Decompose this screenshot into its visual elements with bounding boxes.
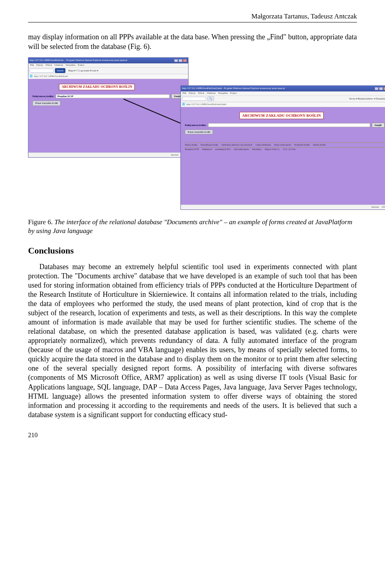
td: chloronikotynyle <box>234 148 249 151</box>
maximize-icon[interactable] <box>178 59 182 62</box>
th: Nazwa środka <box>185 144 197 146</box>
maximize-icon[interactable] <box>379 87 383 90</box>
result-table-row: Mospilan 20 SP Insektycyd acetamipryd 20… <box>185 148 385 151</box>
th: Klasa toksyczności <box>274 144 291 146</box>
menu-item[interactable]: Narzędzia <box>66 63 75 67</box>
viewport-small: ARCHIWUM ZAKŁADU OCHRONY ROŚLIN Podaj na… <box>28 79 188 152</box>
td: Nippon Soda Co. <box>265 148 280 151</box>
menu-item[interactable]: Plik <box>182 91 186 95</box>
running-header: Małgorzata Tartanus, Tadeusz Antczak <box>28 12 357 22</box>
window-title-big: http://127.0.0.1:8080/JavaPlatform2.html… <box>182 87 285 90</box>
menu-item[interactable]: Edycja <box>36 63 43 67</box>
favicon-icon: 🌐 <box>182 103 185 106</box>
menu-item[interactable]: Pomoc <box>78 63 85 67</box>
toolbar-big: 🔍 Strona ▾ Bezpieczeństwo ▾ Narzędzia ▾ <box>181 96 385 102</box>
td: Insektycyd <box>202 148 212 151</box>
close-icon[interactable] <box>383 87 385 90</box>
status-net: Internet <box>171 153 178 156</box>
statusbar-small: Internet 100% <box>28 152 188 157</box>
addressbar-big: 🌐 http://127.0.0.1:8080/JavaPlatform2.ht… <box>181 102 385 107</box>
td: Mospilan 20 SP <box>185 148 199 151</box>
find-button[interactable]: Znajdź <box>372 123 385 128</box>
close-icon[interactable] <box>183 59 187 62</box>
th: Substancja aktywna i jej zawartość <box>221 144 252 146</box>
menu-item[interactable]: Narzędzia <box>218 91 228 95</box>
toolbar-items[interactable]: Mapa ▾ © Logowanie Poczta ▾ <box>67 69 100 73</box>
section-heading-conclusions: Conclusions <box>28 245 357 257</box>
conclusions-paragraph: Databases may become an extremely helpfu… <box>28 262 357 420</box>
product-name-input[interactable]: Mospilan 20 SP <box>56 94 170 98</box>
titlebar-big: http://127.0.0.1:8080/JavaPlatform2.html… <box>181 86 385 91</box>
field-label: Podaj nazwę środka: <box>185 124 207 127</box>
menu-item[interactable]: Edycja <box>189 91 196 95</box>
statusbar-big: Internet 100% <box>181 205 385 209</box>
menu-item[interactable]: Plik <box>30 63 34 67</box>
minimize-icon[interactable] <box>375 87 379 90</box>
menu-item[interactable]: Pomoc <box>230 91 237 95</box>
td: 0,15 - 0,2 l/ha <box>283 148 296 151</box>
address-text-big[interactable]: http://127.0.0.1:8080/JavaPlatform2.html <box>186 103 226 106</box>
td: acetamipryd 20% <box>215 148 231 151</box>
menu-item[interactable]: Widok <box>198 91 204 95</box>
menu-item[interactable]: Ulubione <box>54 63 63 67</box>
figure-caption-text: The interface of the relational database… <box>28 218 352 235</box>
figure-caption-label: Figure 6. <box>28 218 53 226</box>
toolbar-right[interactable]: Strona ▾ Bezpieczeństwo ▾ Narzędzia ▾ <box>349 97 385 100</box>
address-text-small[interactable]: http://127.0.0.1:8080/JavaPlatform <box>34 75 68 78</box>
product-name-input[interactable] <box>208 123 370 127</box>
menu-item[interactable]: Widok <box>45 63 52 67</box>
titlebar-small: http://127.0.0.1:8080/JavaPlatform… Prog… <box>28 58 188 63</box>
figure-6: http://127.0.0.1:8080/JavaPlatform… Prog… <box>28 57 357 214</box>
page-number: 210 <box>28 431 357 440</box>
figure-caption: Figure 6. The interface of the relationa… <box>28 218 357 236</box>
show-all-button[interactable]: Pokaż wszystkie środki <box>32 101 61 105</box>
viewport-big: ARCHIWUM ZAKŁADU OCHRONY ROŚLIN Podaj na… <box>181 107 385 205</box>
minimize-icon[interactable] <box>174 59 178 62</box>
browser-window-small: http://127.0.0.1:8080/JavaPlatform… Prog… <box>28 57 188 158</box>
status-zoom: 100% <box>381 205 385 209</box>
intro-paragraph: may display information on all PPPs avai… <box>28 32 357 52</box>
window-title-small: http://127.0.0.1:8080/JavaPlatform… Prog… <box>30 59 127 62</box>
th: Producent środka <box>294 144 310 146</box>
search-button[interactable]: Search <box>55 68 65 73</box>
toolbar-field[interactable] <box>182 97 206 101</box>
show-all-button[interactable]: Pokaż wszystkie środki <box>185 130 213 134</box>
conclusions-text: Databases may become an extremely helpfu… <box>28 263 357 419</box>
menubar-small: Plik Edycja Widok Ulubione Narzędzia Pom… <box>28 63 188 68</box>
menubar-big: Plik Edycja Widok Ulubione Narzędzia Pom… <box>181 91 385 96</box>
addressbar-small: 🌐 http://127.0.0.1:8080/JavaPlatform <box>28 74 188 79</box>
th: Dawka środka <box>313 144 326 146</box>
favicon-icon: 🌐 <box>30 75 32 78</box>
menu-item[interactable]: Ulubione <box>207 91 215 95</box>
archive-heading: ARCHIWUM ZAKŁADU OCHRONY ROŚLIN <box>239 112 324 119</box>
archive-heading: ARCHIWUM ZAKŁADU OCHRONY ROŚLIN <box>59 84 135 91</box>
toolbar-icon[interactable]: 🔍 <box>207 96 214 101</box>
browser-window-big: http://127.0.0.1:8080/JavaPlatform2.html… <box>180 85 385 210</box>
field-label: Podaj nazwę środka: <box>32 95 54 98</box>
toolbar-small: Search Mapa ▾ © Logowanie Poczta ▾ <box>28 68 188 74</box>
th: Klasyfikacja środka <box>201 144 218 146</box>
toolbar-field[interactable] <box>30 69 54 73</box>
result-table-header: Nazwa środka Klasyfikacja środka Substan… <box>185 142 385 148</box>
th: Grupa chemiczna <box>255 144 271 146</box>
status-net: Internet <box>371 205 379 209</box>
td: Szkodliwy <box>252 148 262 151</box>
